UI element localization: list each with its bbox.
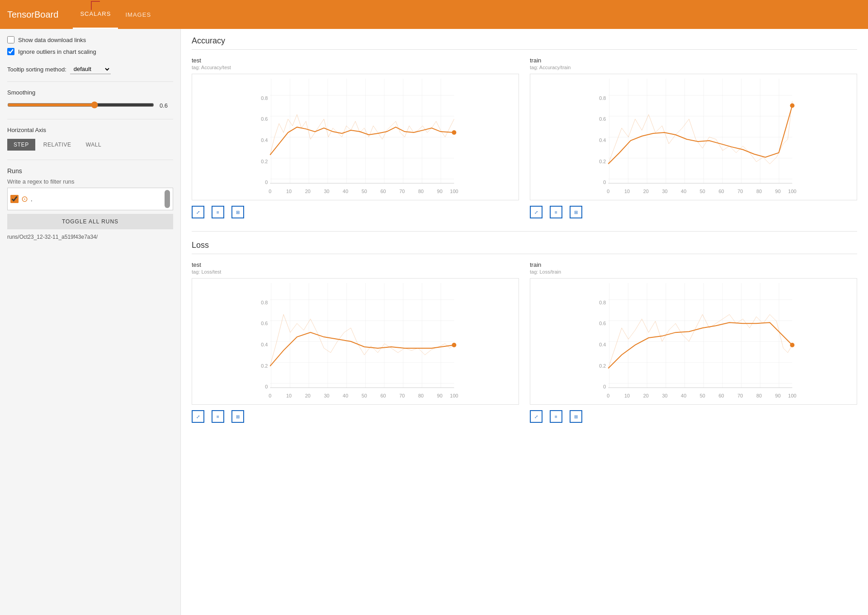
svg-text:0.8: 0.8 <box>599 300 606 305</box>
accuracy-train-svg: 0 0.2 0.4 0.6 0.8 0 10 20 30 40 50 60 <box>530 74 857 200</box>
crosshair-icon-2[interactable]: ⊞ <box>570 206 582 218</box>
header: TensorBoard SCALARS IMAGES <box>0 0 868 29</box>
smoothing-title: Smoothing <box>7 89 173 96</box>
accuracy-test-card: test tag: Accuracy/test <box>192 57 519 220</box>
crosshair-icon-4[interactable]: ⊞ <box>570 410 582 423</box>
expand-icon[interactable]: ⤢ <box>192 206 204 218</box>
crosshair-icon-3[interactable]: ⊞ <box>231 410 244 423</box>
run-filter-checkbox[interactable] <box>10 195 19 203</box>
tooltip-sort-select[interactable]: default ascending descending nearest <box>70 64 111 74</box>
main-nav: SCALARS IMAGES <box>73 0 158 29</box>
svg-text:60: 60 <box>718 189 724 194</box>
nav-scalars[interactable]: SCALARS <box>73 0 118 29</box>
axis-wall-button[interactable]: WALL <box>80 139 108 151</box>
smoothing-row: 0.6 <box>7 101 173 110</box>
expand-icon-4[interactable]: ⤢ <box>530 410 542 423</box>
sidebar: Show data download links Ignore outliers… <box>0 29 181 615</box>
divider-2 <box>7 119 173 119</box>
svg-text:90: 90 <box>437 189 443 194</box>
ignore-outliers-label: Ignore outliers in chart scaling <box>18 48 96 55</box>
divider-3 <box>7 160 173 160</box>
axis-title: Horizontal Axis <box>7 127 173 133</box>
loss-test-chart: 0 0.2 0.4 0.6 0.8 0 10 20 30 40 50 60 <box>192 278 519 405</box>
svg-text:80: 80 <box>418 189 424 194</box>
svg-text:0.8: 0.8 <box>599 95 606 101</box>
horizontal-axis-section: Horizontal Axis STEP RELATIVE WALL <box>7 127 173 151</box>
svg-text:50: 50 <box>700 393 705 398</box>
data-icon[interactable]: ≡ <box>212 206 224 218</box>
smoothing-section: Smoothing 0.6 <box>7 89 173 110</box>
loss-test-card: test tag: Loss/test 0 0.2 <box>192 261 519 425</box>
svg-text:0: 0 <box>607 189 609 194</box>
run-scroll-indicator[interactable] <box>165 190 170 208</box>
svg-text:0: 0 <box>265 384 268 389</box>
svg-text:0.6: 0.6 <box>261 116 268 122</box>
show-download-row[interactable]: Show data download links <box>7 36 173 43</box>
run-filter-input[interactable] <box>31 196 162 203</box>
svg-text:30: 30 <box>324 393 329 398</box>
svg-text:30: 30 <box>662 393 667 398</box>
ignore-outliers-row[interactable]: Ignore outliers in chart scaling <box>7 48 173 55</box>
expand-icon-2[interactable]: ⤢ <box>530 206 542 218</box>
svg-text:0.2: 0.2 <box>599 363 606 369</box>
data-icon-4[interactable]: ≡ <box>550 410 562 423</box>
show-download-label: Show data download links <box>18 37 86 43</box>
runs-filter-row: ⊙ <box>7 188 173 210</box>
svg-rect-38 <box>270 283 454 388</box>
crosshair-icon[interactable]: ⊞ <box>231 206 244 218</box>
show-download-checkbox[interactable] <box>7 36 14 43</box>
svg-text:80: 80 <box>756 189 762 194</box>
svg-text:90: 90 <box>775 393 781 398</box>
svg-text:90: 90 <box>775 189 781 194</box>
svg-text:40: 40 <box>343 393 348 398</box>
svg-text:60: 60 <box>380 189 386 194</box>
toggle-all-runs-button[interactable]: TOGGLE ALL RUNS <box>7 214 173 229</box>
loss-charts-row: test tag: Loss/test 0 0.2 <box>192 261 857 425</box>
svg-text:50: 50 <box>362 393 367 398</box>
svg-text:50: 50 <box>362 189 367 194</box>
ignore-outliers-checkbox[interactable] <box>7 48 14 55</box>
accuracy-train-title: train <box>530 57 857 64</box>
svg-text:60: 60 <box>380 393 386 398</box>
svg-text:0.4: 0.4 <box>261 342 268 347</box>
accuracy-train-icons: ⤢ ≡ ⊞ <box>530 204 857 220</box>
svg-text:0.2: 0.2 <box>599 159 606 164</box>
smoothing-value: 0.6 <box>160 102 173 109</box>
run-list-item[interactable]: runs/Oct23_12-32-11_a519f43e7a34/ <box>7 233 173 241</box>
svg-point-75 <box>790 343 794 347</box>
svg-text:10: 10 <box>286 189 292 194</box>
svg-text:70: 70 <box>399 189 405 194</box>
accuracy-train-card: train tag: Accuracy/train 0 0.2 <box>530 57 857 220</box>
svg-text:10: 10 <box>624 189 630 194</box>
data-icon-2[interactable]: ≡ <box>550 206 562 218</box>
axis-step-button[interactable]: STEP <box>7 139 35 151</box>
svg-point-56 <box>452 343 456 347</box>
svg-text:40: 40 <box>343 189 348 194</box>
svg-text:70: 70 <box>399 393 405 398</box>
run-radio-icon[interactable]: ⊙ <box>21 194 28 204</box>
main-layout: Show data download links Ignore outliers… <box>0 29 868 615</box>
svg-text:50: 50 <box>700 189 705 194</box>
display-options: Show data download links Ignore outliers… <box>7 36 173 55</box>
svg-text:0.2: 0.2 <box>261 363 268 369</box>
axis-relative-button[interactable]: RELATIVE <box>37 139 78 151</box>
smoothing-slider[interactable] <box>7 101 154 109</box>
svg-rect-0 <box>270 79 454 183</box>
expand-icon-3[interactable]: ⤢ <box>192 410 204 423</box>
svg-text:100: 100 <box>788 189 796 194</box>
svg-text:0: 0 <box>269 393 271 398</box>
svg-text:100: 100 <box>788 393 796 398</box>
data-icon-3[interactable]: ≡ <box>212 410 224 423</box>
loss-test-icons: ⤢ ≡ ⊞ <box>192 408 519 425</box>
loss-section-title: Loss <box>192 241 857 254</box>
svg-text:0.4: 0.4 <box>261 137 268 143</box>
nav-images[interactable]: IMAGES <box>118 0 158 29</box>
svg-text:30: 30 <box>324 189 329 194</box>
app-logo: TensorBoard <box>7 9 58 20</box>
loss-section: Loss test tag: Loss/test <box>192 241 857 425</box>
axis-buttons-group: STEP RELATIVE WALL <box>7 139 173 151</box>
accuracy-section: Accuracy test tag: Accuracy/test <box>192 36 857 220</box>
svg-text:0: 0 <box>269 189 271 194</box>
accuracy-train-subtitle: tag: Accuracy/train <box>530 65 857 70</box>
svg-text:0.6: 0.6 <box>599 321 606 326</box>
